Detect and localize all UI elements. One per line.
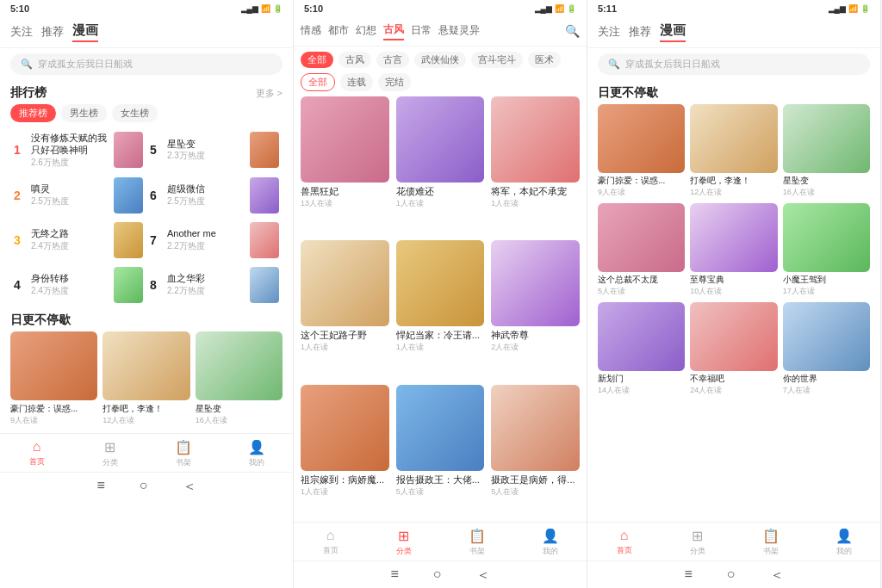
p3-item-3[interactable]: 这个总裁不太厐 5人在读 bbox=[598, 203, 685, 297]
tab-recommend-1[interactable]: 推荐 bbox=[41, 22, 64, 41]
menu-btn-3[interactable]: ≡ bbox=[684, 566, 692, 585]
nav-home-2[interactable]: ⌂ 首页 bbox=[294, 528, 367, 557]
back-btn-3[interactable]: ＜ bbox=[770, 566, 784, 585]
daily-item-1-0[interactable]: 豪门掠爱：误惑... 9人在读 bbox=[10, 331, 97, 426]
nav-profile-1[interactable]: 👤 我的 bbox=[220, 439, 293, 468]
nav-category-1[interactable]: ⊞ 分类 bbox=[73, 439, 146, 468]
manga-item-3[interactable]: 这个王妃路子野 1人在读 bbox=[301, 240, 389, 377]
manga-cover-3 bbox=[301, 240, 389, 326]
back-btn-1[interactable]: ＜ bbox=[183, 478, 196, 496]
tab-manga-1[interactable]: 漫画 bbox=[72, 21, 98, 42]
manga-readers-7: 5人在读 bbox=[396, 486, 485, 498]
nav-profile-2[interactable]: 👤 我的 bbox=[513, 528, 587, 557]
manga-item-0[interactable]: 兽黑狂妃 13人在读 bbox=[301, 96, 389, 233]
manga-readers-2: 1人在读 bbox=[491, 198, 580, 209]
cat-tab-ancient[interactable]: 古风 bbox=[383, 21, 404, 40]
rank-item-8[interactable]: 8 血之华彩 2.2万热度 bbox=[146, 263, 283, 307]
filter-medical[interactable]: 医术 bbox=[528, 52, 561, 68]
filter-ancient-romance[interactable]: 古言 bbox=[376, 52, 409, 68]
p3-item-4[interactable]: 至尊宝典 10人在读 bbox=[690, 203, 777, 297]
p3-cover-5 bbox=[783, 203, 870, 272]
manga-item-5[interactable]: 神武帝尊 2人在读 bbox=[491, 240, 580, 377]
p3-item-1[interactable]: 打拳吧，李逢！ 12人在读 bbox=[690, 104, 777, 198]
p3-item-6[interactable]: 新划门 14人在读 bbox=[598, 302, 685, 396]
home-btn-3[interactable]: ○ bbox=[727, 566, 736, 585]
nav-home-1[interactable]: ⌂ 首页 bbox=[0, 439, 73, 468]
rank-item-3[interactable]: 3 无终之路 2.4万热度 bbox=[10, 218, 146, 263]
manga-name-0: 兽黑狂妃 bbox=[301, 185, 389, 198]
nav-shelf-1[interactable]: 📋 书架 bbox=[146, 439, 220, 468]
ranking-more[interactable]: 更多 > bbox=[256, 87, 283, 100]
p3-name-0: 豪门掠爱：误惑... bbox=[598, 175, 685, 187]
category-icon-3: ⊞ bbox=[692, 528, 703, 544]
rank-item-6[interactable]: 6 超级微信 2.5万热度 bbox=[146, 173, 283, 218]
manga-cover-0 bbox=[301, 96, 389, 183]
rank-num-1: 1 bbox=[14, 143, 26, 157]
menu-btn-1[interactable]: ≡ bbox=[96, 478, 104, 496]
cat-tab-fantasy[interactable]: 幻想 bbox=[356, 22, 376, 40]
filter-all-1[interactable]: 全部 bbox=[301, 52, 333, 68]
filter-serializing[interactable]: 连载 bbox=[340, 73, 373, 91]
manga-cover-7 bbox=[396, 385, 485, 471]
daily-item-1-1[interactable]: 打拳吧，李逢！ 12人在读 bbox=[102, 331, 189, 426]
tab-manga-3[interactable]: 漫画 bbox=[660, 21, 686, 42]
filter-martial[interactable]: 武侠仙侠 bbox=[414, 52, 466, 68]
daily-title-1: 日更不停歇 bbox=[10, 313, 71, 328]
p3-name-3: 这个总裁不太厐 bbox=[598, 274, 685, 286]
p3-item-8[interactable]: 你的世界 7人在读 bbox=[783, 302, 870, 396]
nav-category-label-2: 分类 bbox=[396, 546, 412, 557]
filter-completed[interactable]: 完结 bbox=[378, 73, 411, 91]
manga-item-2[interactable]: 将军，本妃不承宠 1人在读 bbox=[491, 96, 580, 233]
cat-tab-emotion[interactable]: 情感 bbox=[301, 22, 321, 40]
daily-item-1-2[interactable]: 星坠变 16人在读 bbox=[196, 331, 283, 426]
rank-heat-4: 2.4万热度 bbox=[31, 285, 109, 297]
rank-item-7[interactable]: 7 Another me 2.2万热度 bbox=[146, 218, 283, 263]
rank-item-2[interactable]: 2 嗔灵 2.5万热度 bbox=[10, 173, 146, 218]
tab-follow-1[interactable]: 关注 bbox=[10, 22, 33, 41]
rank-name-2: 嗔灵 bbox=[31, 183, 109, 195]
filter-all-2[interactable]: 全部 bbox=[301, 73, 335, 91]
rank-thumb-1 bbox=[114, 132, 143, 168]
home-btn-1[interactable]: ○ bbox=[140, 478, 148, 496]
category-icon-1: ⊞ bbox=[104, 439, 115, 455]
nav-shelf-2[interactable]: 📋 书架 bbox=[440, 528, 513, 557]
tab-follow-3[interactable]: 关注 bbox=[598, 22, 620, 41]
manga-item-4[interactable]: 悍妃当家：冷王请... 1人在读 bbox=[396, 240, 485, 377]
wifi-icon-3: 📶 bbox=[848, 4, 858, 13]
rank-tab-male[interactable]: 男生榜 bbox=[61, 104, 107, 122]
back-btn-2[interactable]: ＜ bbox=[476, 566, 490, 585]
category-search-icon[interactable]: 🔍 bbox=[565, 24, 580, 38]
p3-item-2[interactable]: 星坠变 16人在读 bbox=[783, 104, 870, 198]
nav-category-2[interactable]: ⊞ 分类 bbox=[367, 528, 440, 557]
nav-profile-label-3: 我的 bbox=[836, 546, 852, 557]
cat-tab-city[interactable]: 都市 bbox=[328, 22, 349, 40]
p3-item-5[interactable]: 小魔王驾到 17人在读 bbox=[783, 203, 870, 297]
nav-home-3[interactable]: ⌂ 首页 bbox=[587, 528, 661, 557]
home-btn-2[interactable]: ○ bbox=[433, 566, 442, 585]
filter-ancient-style[interactable]: 古风 bbox=[339, 52, 371, 68]
menu-btn-2[interactable]: ≡ bbox=[390, 566, 398, 585]
manga-item-8[interactable]: 摄政王是病娇，得... 5人在读 bbox=[491, 385, 580, 522]
nav-profile-3[interactable]: 👤 我的 bbox=[807, 528, 880, 557]
rank-item-5[interactable]: 5 星坠变 2.3万热度 bbox=[146, 127, 283, 173]
rank-tab-recommend[interactable]: 推荐榜 bbox=[10, 104, 56, 122]
nav-category-3[interactable]: ⊞ 分类 bbox=[661, 528, 734, 557]
manga-item-1[interactable]: 花债难还 1人在读 bbox=[396, 96, 485, 233]
ranking-tabs: 推荐榜 男生榜 女生榜 bbox=[0, 104, 293, 127]
cat-tab-mystery[interactable]: 悬疑灵异 bbox=[438, 22, 480, 40]
search-bar-3[interactable]: 🔍 穿成孤女后我日日船戏 bbox=[598, 53, 870, 75]
nav-shelf-label-1: 书架 bbox=[176, 457, 191, 468]
time-3: 5:11 bbox=[598, 3, 617, 14]
nav-shelf-3[interactable]: 📋 书架 bbox=[734, 528, 807, 557]
p3-item-0[interactable]: 豪门掠爱：误惑... 9人在读 bbox=[598, 104, 685, 198]
manga-item-6[interactable]: 祖宗嫁到：病娇魔... 1人在读 bbox=[301, 385, 389, 522]
filter-palace[interactable]: 宫斗宅斗 bbox=[471, 52, 523, 68]
search-bar-1[interactable]: 🔍 穿成孤女后我日日船戏 bbox=[10, 53, 283, 75]
rank-tab-female[interactable]: 女生榜 bbox=[112, 104, 158, 122]
tab-recommend-3[interactable]: 推荐 bbox=[629, 22, 651, 41]
manga-item-7[interactable]: 报告摄政王：大佬... 5人在读 bbox=[396, 385, 485, 522]
rank-item-1[interactable]: 1 没有修炼天赋的我只好召唤神明 2.6万热度 bbox=[10, 127, 146, 173]
cat-tab-daily[interactable]: 日常 bbox=[411, 22, 432, 40]
p3-item-7[interactable]: 不幸福吧 24人在读 bbox=[690, 302, 777, 396]
rank-item-4[interactable]: 4 身份转移 2.4万热度 bbox=[10, 263, 146, 307]
